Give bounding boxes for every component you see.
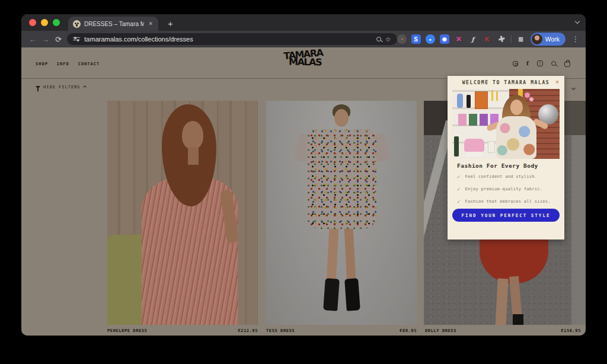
popup-header: WELCOME TO TAMARA MALAS ✕ — [448, 76, 564, 89]
figurine-shape — [457, 94, 463, 108]
candle-shape — [491, 90, 493, 101]
reload-button[interactable]: ⟳ — [52, 35, 65, 44]
card-shape — [469, 114, 477, 126]
benefit-text: Enjoy premium-quality fabric. — [465, 187, 542, 191]
pompom-shape — [525, 92, 530, 98]
extension-swirl-icon[interactable]: ◔ — [397, 34, 407, 44]
site-favicon-icon — [73, 20, 81, 28]
popup-title: WELCOME TO TAMARA MALAS — [462, 80, 550, 85]
profile-label: Work — [545, 36, 560, 43]
popup-photo — [452, 89, 560, 159]
extensions-row: ◔ S ● ◉ ✕ ƒ K ≣ Work ⋮ — [397, 33, 581, 46]
tab-search-chevron-icon[interactable] — [575, 19, 580, 24]
popup-heading: Fashion For Every Body — [457, 162, 538, 169]
card-shape — [480, 114, 488, 126]
check-icon: ✓ — [457, 174, 460, 180]
site-settings-icon[interactable] — [73, 36, 80, 42]
side-panel-icon[interactable]: ≣ — [516, 34, 526, 44]
card-shape — [458, 114, 467, 126]
colorful-dress-shape — [496, 116, 536, 159]
benefit-item: ✓ Enjoy premium-quality fabric. — [457, 186, 542, 192]
benefit-item: ✓ Feel confident and stylish. — [457, 174, 537, 180]
benefit-text: Feel confident and stylish. — [465, 174, 537, 179]
extension-aperture-icon[interactable]: ◉ — [440, 34, 449, 44]
cake-stand-shape — [467, 152, 482, 157]
forward-button[interactable]: → — [39, 35, 52, 44]
popup-close-icon[interactable]: ✕ — [555, 79, 559, 85]
welcome-popup: WELCOME TO TAMARA MALAS ✕ — [448, 76, 564, 240]
address-bar[interactable]: tamaramalas.com/collections/dresses ☆ — [67, 33, 397, 45]
browser-menu-icon[interactable]: ⋮ — [570, 35, 581, 43]
benefit-text: Fashion that embraces all sizes. — [465, 199, 550, 204]
page-viewport: SHOP INFO CONTACT TAMARA MALAS f ♪ HIDE … — [21, 47, 586, 336]
tab-title: DRESSES – Tamara Malas — [84, 21, 144, 27]
candle-shape — [496, 91, 498, 101]
tab-strip: DRESSES – Tamara Malas ✕ + — [21, 14, 586, 31]
close-window-button[interactable] — [29, 19, 36, 26]
browser-window: DRESSES – Tamara Malas ✕ + ← → ⟳ tamaram… — [21, 14, 586, 336]
bookmark-star-icon[interactable]: ☆ — [385, 36, 391, 43]
profile-avatar — [532, 34, 542, 44]
bottle-shape — [467, 95, 471, 108]
jar-shape — [488, 141, 495, 153]
extensions-puzzle-icon[interactable] — [497, 34, 506, 44]
extension-fx-icon[interactable]: ƒ — [468, 34, 478, 44]
back-button[interactable]: ← — [26, 35, 39, 44]
extension-dot-icon[interactable]: ● — [426, 34, 435, 44]
benefit-item: ✓ Fashion that embraces all sizes. — [457, 199, 551, 205]
omnibox-search-icon[interactable] — [376, 37, 381, 41]
find-your-perfect-style-button[interactable]: FIND YOUR PERFECT STYLE — [452, 209, 560, 222]
check-icon: ✓ — [457, 199, 460, 205]
tab-close-icon[interactable]: ✕ — [148, 21, 154, 27]
profile-button[interactable]: Work — [531, 33, 566, 46]
minimize-window-button[interactable] — [41, 19, 48, 26]
traffic-lights — [21, 19, 68, 31]
pompom-shape — [529, 97, 533, 101]
url-text[interactable]: tamaramalas.com/collections/dresses — [84, 36, 372, 43]
bottle-shape — [454, 136, 459, 157]
check-icon: ✓ — [457, 186, 460, 192]
extension-s-icon[interactable]: S — [411, 34, 421, 44]
extension-x-icon[interactable]: ✕ — [454, 34, 464, 44]
browser-toolbar: ← → ⟳ tamaramalas.com/collections/dresse… — [21, 31, 586, 47]
toolbar-divider — [511, 35, 512, 43]
cake-shape — [464, 139, 484, 152]
book-shape — [475, 91, 488, 109]
face-shape — [510, 100, 523, 115]
extension-k-icon[interactable]: K — [483, 34, 492, 44]
browser-tab[interactable]: DRESSES – Tamara Malas ✕ — [68, 17, 158, 31]
new-tab-button[interactable]: + — [158, 19, 173, 31]
zoom-window-button[interactable] — [53, 19, 60, 26]
